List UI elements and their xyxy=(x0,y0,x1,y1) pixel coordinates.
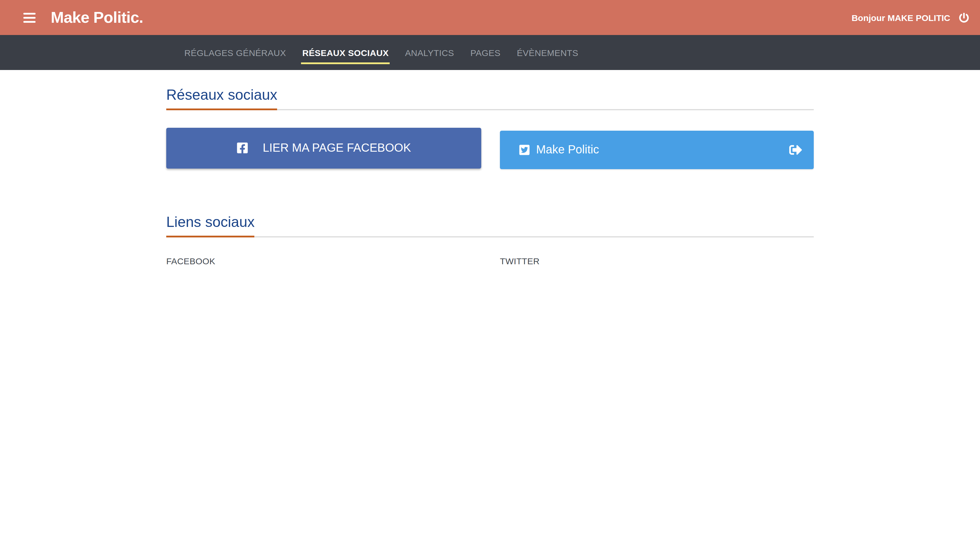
topbar-right: Bonjour MAKE POLITIC xyxy=(852,13,969,22)
link-facebook-page-button[interactable]: LIER MA PAGE FACEBOOK xyxy=(166,128,481,168)
facebook-square-icon xyxy=(237,142,249,154)
topbar: Make Politic. Bonjour MAKE POLITIC xyxy=(0,0,980,35)
facebook-url-input[interactable] xyxy=(166,266,481,276)
connect-row: LIER MA PAGE FACEBOOK Make Politic xyxy=(166,128,814,169)
facebook-field-group: FACEBOOK xyxy=(166,256,481,276)
twitter-account-panel[interactable]: Make Politic xyxy=(500,131,814,169)
app-logo: Make Politic. xyxy=(51,8,143,27)
settings-navbar: RÉGLAGES GÉNÉRAUX RÉSEAUX SOCIAUX ANALYT… xyxy=(0,35,980,70)
sign-out-icon[interactable] xyxy=(789,143,802,156)
power-icon[interactable] xyxy=(959,13,969,22)
fb-button-label: LIER MA PAGE FACEBOOK xyxy=(263,141,411,155)
section-head: Réseaux sociaux xyxy=(166,86,814,110)
tab-reglages-generaux[interactable]: RÉGLAGES GÉNÉRAUX xyxy=(176,35,294,70)
section-title: Liens sociaux xyxy=(166,213,255,237)
section-reseaux-sociaux: Réseaux sociaux LIER MA PAGE FACEBOOK Ma… xyxy=(166,86,814,169)
nav-tabs: RÉGLAGES GÉNÉRAUX RÉSEAUX SOCIAUX ANALYT… xyxy=(166,35,814,70)
twitter-field-group: TWITTER xyxy=(500,256,814,276)
twitter-square-icon xyxy=(519,144,530,156)
tab-pages[interactable]: PAGES xyxy=(462,35,509,70)
twitter-field-label: TWITTER xyxy=(500,256,814,266)
section-liens-sociaux: Liens sociaux FACEBOOK TWITTER LINKEDIN xyxy=(166,213,814,277)
section-head: Liens sociaux xyxy=(166,213,814,237)
tab-analytics[interactable]: ANALYTICS xyxy=(397,35,462,70)
main-content: Réseaux sociaux LIER MA PAGE FACEBOOK Ma… xyxy=(166,86,814,276)
greeting-text: Bonjour MAKE POLITIC xyxy=(852,13,950,22)
twitter-url-input[interactable] xyxy=(500,266,814,276)
hamburger-icon[interactable] xyxy=(23,13,36,22)
tab-reseaux-sociaux[interactable]: RÉSEAUX SOCIAUX xyxy=(294,35,397,70)
section-title: Réseaux sociaux xyxy=(166,86,277,110)
app-root: Make Politic. Bonjour MAKE POLITIC RÉGLA… xyxy=(0,0,980,276)
facebook-field-label: FACEBOOK xyxy=(166,256,481,266)
twitter-account-name: Make Politic xyxy=(536,143,599,157)
tab-evenements[interactable]: ÉVÈNEMENTS xyxy=(509,35,587,70)
social-links-form: FACEBOOK TWITTER LINKEDIN xyxy=(166,256,814,276)
